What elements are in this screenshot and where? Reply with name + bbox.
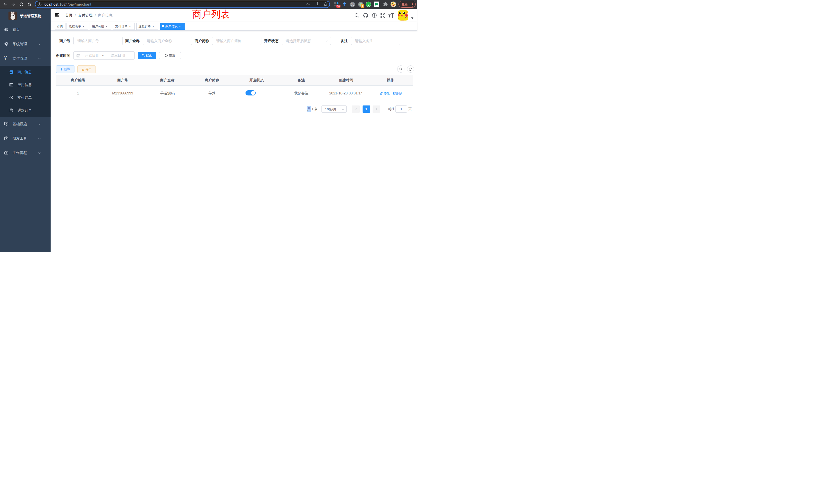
svg-text:⌘: ⌘: [351, 2, 354, 6]
svg-text:y: y: [368, 2, 370, 6]
